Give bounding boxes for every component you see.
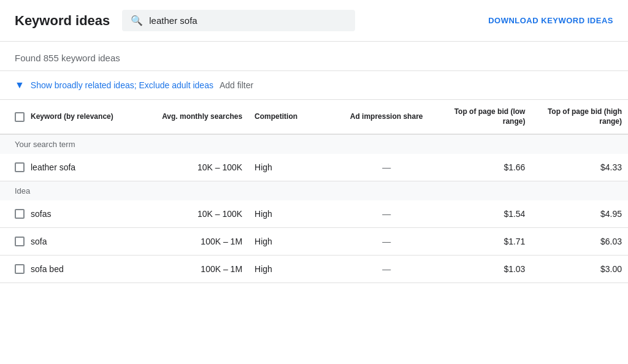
row-checkbox[interactable]	[15, 209, 25, 219]
row-checkbox[interactable]	[15, 237, 25, 246]
competition-cell: High	[248, 256, 338, 283]
competition-cell: High	[248, 154, 338, 181]
ad-impression-cell: —	[338, 256, 435, 283]
filter-icon: ▼	[15, 80, 25, 91]
search-bar[interactable]: 🔍	[122, 10, 355, 31]
table-header-row: Keyword (by relevance) Avg. monthly sear…	[0, 100, 628, 134]
keyword-table: Keyword (by relevance) Avg. monthly sear…	[0, 100, 628, 283]
select-all-checkbox[interactable]	[15, 112, 25, 122]
search-icon: 🔍	[131, 15, 143, 26]
bid-high-cell: $6.03	[531, 228, 628, 256]
bid-high-cell: $3.00	[531, 256, 628, 283]
monthly-cell: 100K – 1M	[138, 256, 248, 283]
bid-low-cell: $1.03	[435, 256, 532, 283]
col-bid-low: Top of page bid (low range)	[435, 100, 532, 134]
row-checkbox[interactable]	[15, 264, 25, 274]
bid-high-cell: $4.95	[531, 200, 628, 228]
table-row: sofa bed100K – 1MHigh—$1.03$3.00	[0, 256, 628, 283]
header: Keyword ideas 🔍 DOWNLOAD KEYWORD IDEAS	[0, 0, 628, 42]
keyword-cell: leather sofa	[0, 154, 138, 181]
bid-low-cell: $1.71	[435, 228, 532, 256]
ad-impression-cell: —	[338, 154, 435, 181]
keyword-text: sofa bed	[31, 264, 64, 274]
table-row: sofas10K – 100KHigh—$1.54$4.95	[0, 200, 628, 228]
bid-low-cell: $1.66	[435, 154, 532, 181]
competition-cell: High	[248, 200, 338, 228]
download-button[interactable]: DOWNLOAD KEYWORD IDEAS	[488, 16, 613, 25]
keyword-text: leather sofa	[31, 162, 75, 172]
table-row: leather sofa10K – 100KHigh—$1.66$4.33	[0, 154, 628, 181]
search-input[interactable]	[149, 15, 333, 26]
filter-bar: ▼ Show broadly related ideas; Exclude ad…	[0, 71, 628, 100]
keyword-cell: sofa	[0, 228, 138, 256]
row-checkbox[interactable]	[15, 162, 25, 172]
bid-high-cell: $4.33	[531, 154, 628, 181]
bid-low-cell: $1.54	[435, 200, 532, 228]
add-filter-button[interactable]: Add filter	[220, 80, 253, 90]
filter-link[interactable]: Show broadly related ideas; Exclude adul…	[31, 80, 213, 90]
col-keyword: Keyword (by relevance)	[0, 100, 138, 134]
col-ad-impression: Ad impression share	[338, 100, 435, 134]
table-section-row: Idea	[0, 181, 628, 201]
col-competition: Competition	[248, 100, 338, 134]
keyword-cell: sofa bed	[0, 256, 138, 283]
col-monthly: Avg. monthly searches	[138, 100, 248, 134]
keyword-text: sofa	[31, 237, 47, 246]
monthly-cell: 10K – 100K	[138, 154, 248, 181]
table-section-row: Your search term	[0, 134, 628, 154]
monthly-cell: 10K – 100K	[138, 200, 248, 228]
table-row: sofa100K – 1MHigh—$1.71$6.03	[0, 228, 628, 256]
page-title: Keyword ideas	[15, 13, 110, 29]
competition-cell: High	[248, 228, 338, 256]
keyword-cell: sofas	[0, 200, 138, 228]
monthly-cell: 100K – 1M	[138, 228, 248, 256]
ad-impression-cell: —	[338, 200, 435, 228]
ad-impression-cell: —	[338, 228, 435, 256]
col-bid-high: Top of page bid (high range)	[531, 100, 628, 134]
keyword-text: sofas	[31, 209, 51, 219]
results-summary: Found 855 keyword ideas	[0, 42, 628, 71]
